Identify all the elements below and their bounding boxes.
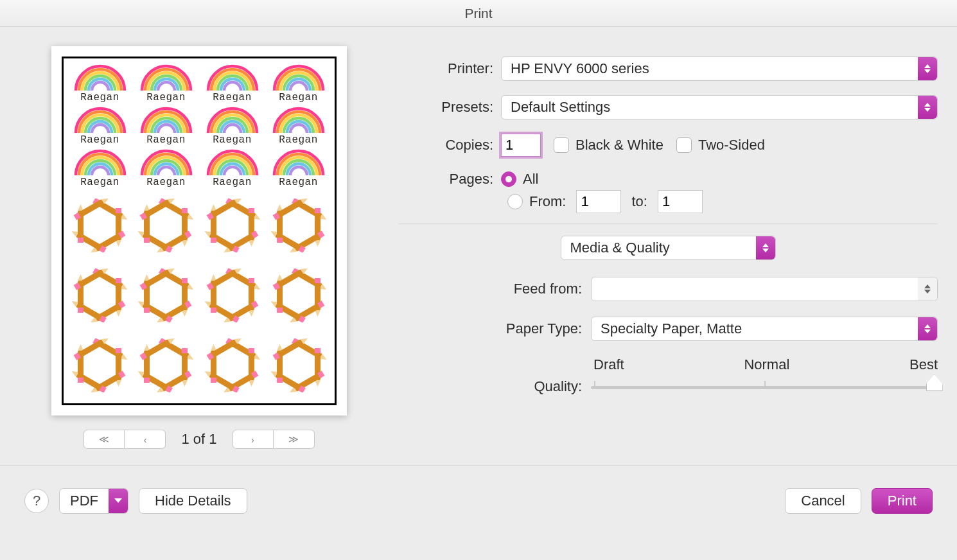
pages-all-radio[interactable] xyxy=(501,171,516,187)
bw-checkbox[interactable] xyxy=(554,137,569,153)
svg-rect-85 xyxy=(78,308,83,313)
chevron-updown-icon xyxy=(756,236,775,259)
quality-tick-draft: Draft xyxy=(593,356,624,373)
printer-value: HP ENVY 6000 series xyxy=(511,60,649,77)
svg-marker-23 xyxy=(182,240,188,247)
svg-marker-122 xyxy=(211,274,216,281)
preview-pencil-hex-sticker xyxy=(134,192,198,258)
quality-slider[interactable] xyxy=(591,377,938,398)
svg-rect-130 xyxy=(315,278,320,283)
svg-rect-202 xyxy=(315,348,320,353)
preview-pencil-hex-sticker xyxy=(67,262,132,328)
svg-rect-67 xyxy=(277,238,283,243)
svg-marker-77 xyxy=(116,310,121,317)
window-title-bar: Print xyxy=(0,0,957,27)
svg-marker-185 xyxy=(249,380,254,387)
chevron-updown-icon xyxy=(918,277,937,301)
svg-marker-212 xyxy=(277,344,283,351)
pages-label: Pages: xyxy=(398,171,501,188)
svg-rect-175 xyxy=(144,378,150,383)
bw-label: Black & White xyxy=(575,137,663,153)
paper-type-popup[interactable]: Specialty Paper, Matte xyxy=(591,317,938,341)
print-preview-content: RaeganRaeganRaeganRaeganRaeganRaeganRaeg… xyxy=(62,57,337,405)
svg-rect-184 xyxy=(249,348,254,353)
pages-all-label: All xyxy=(523,171,538,188)
svg-rect-4 xyxy=(116,208,121,213)
preview-pencil-hex-sticker xyxy=(267,332,331,398)
dialog-footer: ? PDF Hide Details Cancel Print xyxy=(0,465,957,536)
preview-pager: ≪ ‹ 1 of 1 › ≫ xyxy=(19,430,379,449)
svg-marker-104 xyxy=(144,274,150,281)
dialog-content: RaeganRaeganRaeganRaeganRaeganRaeganRaeg… xyxy=(0,27,957,465)
hide-details-button[interactable]: Hide Details xyxy=(139,488,247,514)
paper-type-label: Paper Type: xyxy=(398,320,591,337)
preview-rainbow-sticker: Raegan xyxy=(134,64,198,103)
preview-rainbow-sticker: Raegan xyxy=(200,106,265,146)
preview-pencil-hex-sticker xyxy=(200,262,265,328)
slider-thumb-icon[interactable] xyxy=(926,374,943,391)
feed-from-popup[interactable] xyxy=(591,277,938,301)
paper-type-value: Specialty Paper, Matte xyxy=(601,320,742,337)
help-button[interactable]: ? xyxy=(24,489,49,513)
pages-range-radio[interactable] xyxy=(507,194,523,209)
preview-rainbow-sticker: Raegan xyxy=(67,148,132,188)
preview-pencil-hex-sticker xyxy=(200,332,265,398)
feed-from-label: Feed from: xyxy=(398,281,591,297)
quality-tick-best: Best xyxy=(909,356,938,373)
preview-rainbow-sticker: Raegan xyxy=(266,148,331,188)
two-sided-label: Two-Sided xyxy=(698,137,765,153)
pager-status: 1 of 1 xyxy=(181,431,216,448)
svg-marker-68 xyxy=(277,204,283,211)
preview-rainbow-sticker: Raegan xyxy=(266,64,331,103)
section-popup[interactable]: Media & Quality xyxy=(561,236,776,260)
svg-marker-149 xyxy=(116,380,121,387)
preview-pencil-hex-sticker xyxy=(67,332,132,398)
print-preview-page: RaeganRaeganRaeganRaeganRaeganRaeganRaeg… xyxy=(51,46,347,416)
presets-popup[interactable]: Default Settings xyxy=(501,95,938,119)
svg-rect-121 xyxy=(211,308,216,313)
printer-popup[interactable]: HP ENVY 6000 series xyxy=(501,57,938,81)
svg-rect-166 xyxy=(182,348,188,353)
print-button[interactable]: Print xyxy=(872,488,933,514)
pages-from-input[interactable] xyxy=(576,190,621,213)
copies-input[interactable] xyxy=(501,134,541,157)
pages-from-label: From: xyxy=(529,193,566,210)
preview-rainbow-sticker: Raegan xyxy=(134,106,198,146)
options-column: Printer: HP ENVY 6000 series Presets: De… xyxy=(398,46,938,465)
pager-last-button[interactable]: ≫ xyxy=(274,430,315,449)
svg-marker-167 xyxy=(182,380,188,387)
svg-rect-58 xyxy=(315,208,320,213)
svg-marker-176 xyxy=(144,344,150,351)
quality-label: Quality: xyxy=(398,378,591,398)
pdf-menu-button[interactable]: PDF xyxy=(59,488,128,514)
svg-marker-14 xyxy=(78,204,83,211)
svg-marker-59 xyxy=(315,240,320,247)
pager-fwd-group: › ≫ xyxy=(233,430,315,449)
svg-marker-5 xyxy=(116,240,121,247)
svg-rect-148 xyxy=(116,348,121,353)
pages-to-label: to: xyxy=(631,193,647,210)
svg-marker-131 xyxy=(315,310,320,317)
two-sided-checkbox[interactable] xyxy=(676,137,692,153)
preview-pencil-hex-sticker xyxy=(67,192,132,258)
pager-first-button[interactable]: ≪ xyxy=(83,430,125,449)
pdf-label: PDF xyxy=(60,493,109,509)
chevron-updown-icon xyxy=(918,57,937,80)
svg-rect-211 xyxy=(277,378,283,383)
presets-value: Default Settings xyxy=(511,99,610,116)
svg-rect-94 xyxy=(182,278,188,283)
svg-rect-103 xyxy=(144,308,150,313)
svg-marker-50 xyxy=(211,204,216,211)
svg-marker-41 xyxy=(249,240,254,247)
preview-rainbow-sticker: Raegan xyxy=(134,148,198,188)
chevron-updown-icon xyxy=(918,317,937,340)
preview-rainbow-sticker: Raegan xyxy=(200,64,265,103)
svg-rect-76 xyxy=(116,278,121,283)
preview-pencil-hex-sticker xyxy=(200,192,265,258)
cancel-button[interactable]: Cancel xyxy=(785,488,861,514)
pager-next-button[interactable]: › xyxy=(233,430,274,449)
pager-prev-button[interactable]: ‹ xyxy=(125,430,166,449)
preview-pencil-hex-sticker xyxy=(267,262,331,328)
pages-to-input[interactable] xyxy=(658,190,703,213)
pager-back-group: ≪ ‹ xyxy=(83,430,166,449)
